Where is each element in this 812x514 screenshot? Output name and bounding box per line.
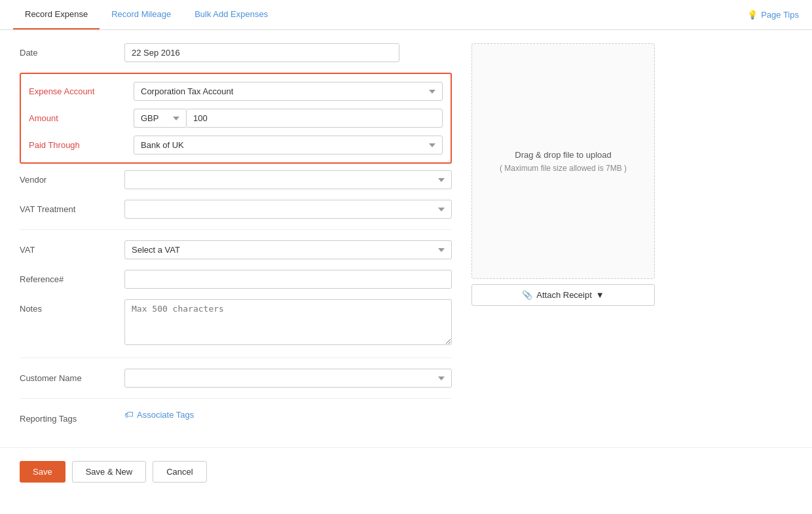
expense-account-label: Expense Account [29,82,134,96]
associate-tags-link[interactable]: 🏷 Associate Tags [124,409,452,420]
vat-treatment-select[interactable] [124,200,452,219]
form-right-panel: Drag & drop file to upload ( Maximum fil… [471,43,655,434]
amount-input[interactable] [186,109,443,128]
drag-drop-text: Drag & drop file to upload [515,150,611,160]
expense-account-field: Corporation Tax Account [134,82,443,101]
reporting-tags-row: Reporting Tags 🏷 Associate Tags [20,409,452,424]
tab-record-expense[interactable]: Record Expense [13,0,100,29]
attach-receipt-label: Attach Receipt [536,290,592,300]
form-left-panel: Date Expense Account Corporation Tax Acc… [20,43,452,434]
notes-textarea[interactable] [124,299,452,345]
notes-label: Notes [20,299,124,314]
vat-select[interactable]: Select a VAT [124,240,452,259]
reference-label: Reference# [20,270,124,284]
save-button[interactable]: Save [20,461,65,483]
vat-field: Select a VAT [124,240,452,259]
currency-select[interactable]: GBP [134,109,186,128]
reporting-tags-label: Reporting Tags [20,409,124,424]
tag-icon: 🏷 [124,409,134,420]
expense-account-row: Expense Account Corporation Tax Account [29,82,443,101]
paid-through-field: Bank of UK [134,136,443,155]
notes-row: Notes [20,299,452,347]
notes-field [124,299,452,347]
vat-treatment-field [124,200,452,219]
file-size-text: ( Maximum file size allowed is 7MB ) [500,164,627,173]
page-tips-link[interactable]: 💡 Page Tips [747,10,799,20]
paid-through-row: Paid Through Bank of UK [29,136,443,155]
vendor-field [124,170,452,189]
tab-bulk-add-expenses[interactable]: Bulk Add Expenses [183,0,280,29]
vendor-select[interactable] [124,170,452,189]
amount-label: Amount [29,109,134,123]
tab-record-mileage[interactable]: Record Mileage [100,0,183,29]
highlighted-required-section: Expense Account Corporation Tax Account … [20,73,452,164]
upload-drop-zone[interactable]: Drag & drop file to upload ( Maximum fil… [471,43,655,279]
lightbulb-icon: 💡 [747,10,758,20]
reference-field [124,270,452,289]
paid-through-label: Paid Through [29,136,134,150]
expense-account-select[interactable]: Corporation Tax Account [134,82,443,101]
footer-buttons: Save Save & New Cancel [0,447,812,496]
customer-name-row: Customer Name [20,369,452,388]
paperclip-icon: 📎 [522,290,532,300]
vat-row: VAT Select a VAT [20,240,452,259]
date-label: Date [20,43,124,58]
reference-row: Reference# [20,270,452,289]
customer-name-field [124,369,452,388]
customer-name-label: Customer Name [20,369,124,383]
customer-name-select[interactable] [124,369,452,388]
form-container: Date Expense Account Corporation Tax Acc… [0,30,812,447]
amount-group: GBP [134,109,443,128]
amount-field-container: GBP [134,109,443,128]
reporting-tags-field: 🏷 Associate Tags [124,409,452,420]
associate-tags-label: Associate Tags [137,410,194,420]
paid-through-select[interactable]: Bank of UK [134,136,443,155]
vendor-row: Vendor [20,170,452,189]
date-field-container [124,43,399,62]
vat-treatment-row: VAT Treatment [20,200,452,219]
vendor-label: Vendor [20,170,124,185]
date-row: Date [20,43,452,62]
save-and-new-button[interactable]: Save & New [72,461,147,483]
attach-receipt-chevron: ▼ [596,290,604,300]
reference-input[interactable] [124,270,452,289]
tab-bar: Record Expense Record Mileage Bulk Add E… [0,0,812,30]
page-tips-label: Page Tips [761,10,799,20]
vat-treatment-label: VAT Treatment [20,200,124,214]
attach-receipt-button[interactable]: 📎 Attach Receipt ▼ [471,284,655,306]
amount-row: Amount GBP [29,109,443,128]
cancel-button[interactable]: Cancel [153,461,206,483]
date-input[interactable] [124,43,399,62]
vat-label: VAT [20,240,124,255]
